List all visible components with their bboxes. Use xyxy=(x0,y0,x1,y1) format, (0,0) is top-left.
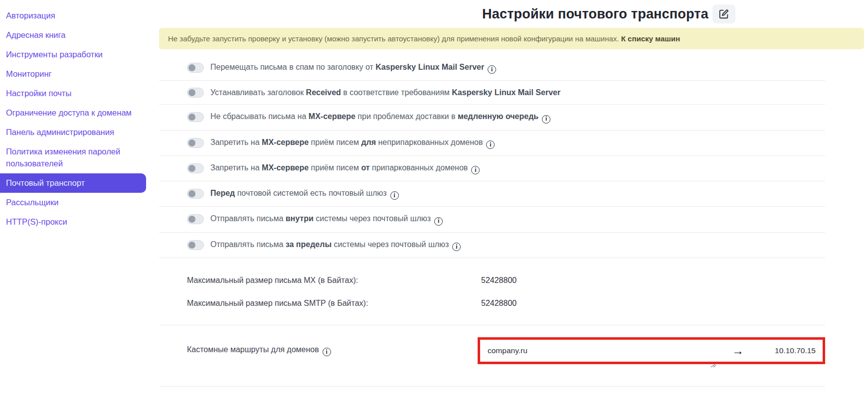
toggle-knob xyxy=(188,114,195,121)
toggle-switch[interactable] xyxy=(187,240,204,250)
bottom-divider xyxy=(159,386,825,387)
toggle-switch[interactable] xyxy=(187,138,204,148)
pencil-square-icon xyxy=(718,8,729,19)
sidebar-item[interactable]: Политика изменения паролей пользователей xyxy=(0,142,146,173)
custom-routes-label: Кастомные маршруты для доменовi xyxy=(187,345,478,356)
toggle-label: Не сбрасывать письма на MX-сервере при п… xyxy=(210,111,550,123)
page: АвторизацияАдресная книгаИнструменты раз… xyxy=(0,0,868,403)
sidebar-item[interactable]: Почтовый транспорт xyxy=(0,173,146,193)
toggle-row: Не сбрасывать письма на MX-сервере при п… xyxy=(159,105,825,130)
sidebar-item[interactable]: Панель администрирования xyxy=(0,123,146,142)
edit-button[interactable] xyxy=(712,4,735,23)
toggle-switch[interactable] xyxy=(187,163,204,173)
toggle-knob xyxy=(188,190,195,197)
machines-list-link[interactable]: К списку машин xyxy=(621,34,680,43)
info-icon[interactable]: i xyxy=(542,115,550,124)
toggle-switch[interactable] xyxy=(187,112,204,122)
info-icon[interactable]: i xyxy=(486,140,495,149)
warning-banner-text: Не забудьте запустить проверку и установ… xyxy=(168,34,621,43)
toggle-label: Устанавливать заголовок Received в соотв… xyxy=(210,87,560,98)
toggle-label: Перемещать письма в спам по заголовку от… xyxy=(210,62,496,74)
toggle-label: Отправлять письма внутри системы через п… xyxy=(210,213,443,225)
field-label: Максимальный размер письма MX (в Байтах)… xyxy=(187,276,481,285)
field-value: 52428800 xyxy=(481,276,517,285)
resize-grip-icon[interactable] xyxy=(710,361,717,370)
sidebar-item[interactable]: Инструменты разработки xyxy=(0,45,146,64)
field-row: Максимальный размер письма MX (в Байтах)… xyxy=(187,269,825,292)
field-label: Максимальный размер письма SMTP (в Байта… xyxy=(187,299,481,308)
custom-routes-highlight-box: company.ru → 10.10.70.15 xyxy=(478,337,825,364)
sidebar-item[interactable]: Авторизация xyxy=(0,6,146,25)
sidebar-item[interactable]: HTTP(S)-прокси xyxy=(0,212,146,232)
toggle-knob xyxy=(188,165,195,172)
page-title: Настройки почтового транспорта xyxy=(482,6,708,22)
toggle-row: Запретить на MX-сервере приём писем от п… xyxy=(159,156,825,181)
toggle-row: Отправлять письма за пределы системы чер… xyxy=(159,233,825,258)
custom-routes-row: Кастомные маршруты для доменовi company.… xyxy=(159,325,825,364)
info-icon[interactable]: i xyxy=(452,243,461,251)
info-icon[interactable]: i xyxy=(471,166,480,174)
settings-section: Перемещать письма в спам по заголовку от… xyxy=(159,55,825,387)
info-icon[interactable]: i xyxy=(323,348,331,356)
main-content: Настройки почтового транспорта Не забудь… xyxy=(146,0,868,403)
toggle-knob xyxy=(188,216,195,223)
toggle-switch[interactable] xyxy=(187,214,204,224)
toggle-row: Перед почтовой системой есть почтовый шл… xyxy=(159,181,825,207)
toggle-label: Запретить на MX-сервере приём писем от п… xyxy=(210,162,480,174)
route-domain-input[interactable]: company.ru xyxy=(488,346,527,355)
field-value: 52428800 xyxy=(481,299,517,308)
toggle-switch[interactable] xyxy=(187,189,204,199)
sidebar-item[interactable]: Ограничение доступа к доменам xyxy=(0,103,146,123)
toggle-row: Устанавливать заголовок Received в соотв… xyxy=(159,81,825,105)
field-row: Максимальный размер письма SMTP (в Байта… xyxy=(187,292,825,315)
toggle-knob xyxy=(188,242,195,249)
sidebar-nav: АвторизацияАдресная книгаИнструменты раз… xyxy=(0,0,146,403)
toggle-switch[interactable] xyxy=(187,88,204,98)
sidebar-item[interactable]: Адресная книга xyxy=(0,25,146,45)
info-icon[interactable]: i xyxy=(390,191,399,200)
toggle-label: Запретить на MX-сервере приём писем для … xyxy=(210,137,495,149)
info-icon[interactable]: i xyxy=(434,217,443,226)
toggle-row: Запретить на MX-сервере приём писем для … xyxy=(159,131,825,156)
toggle-switch[interactable] xyxy=(187,63,204,73)
toggle-list: Перемещать письма в спам по заголовку от… xyxy=(159,55,825,258)
toggle-row: Отправлять письма внутри системы через п… xyxy=(159,207,825,232)
toggle-knob xyxy=(188,64,195,71)
route-target-value[interactable]: 10.10.70.15 xyxy=(775,346,816,355)
size-fields: Максимальный размер письма MX (в Байтах)… xyxy=(159,258,825,317)
sidebar-item[interactable]: Мониторинг xyxy=(0,64,146,84)
toggle-label: Перед почтовой системой есть почтовый шл… xyxy=(210,188,399,200)
sidebar-item[interactable]: Настройки почты xyxy=(0,84,146,103)
toggle-knob xyxy=(188,89,195,96)
route-arrow-icon: → xyxy=(732,345,744,357)
warning-banner: Не забудьте запустить проверку и установ… xyxy=(159,28,864,49)
toggle-knob xyxy=(188,139,195,146)
sidebar-item[interactable]: Рассыльщики xyxy=(0,193,146,212)
info-icon[interactable]: i xyxy=(488,65,496,74)
toggle-row: Перемещать письма в спам по заголовку от… xyxy=(159,55,825,81)
toggle-label: Отправлять письма за пределы системы чер… xyxy=(210,239,461,251)
title-row: Настройки почтового транспорта xyxy=(159,0,868,27)
